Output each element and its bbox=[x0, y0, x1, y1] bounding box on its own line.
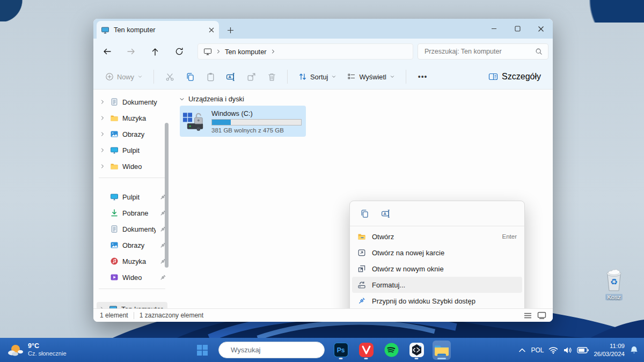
chevron-right-icon[interactable] bbox=[99, 115, 106, 121]
refresh-button[interactable] bbox=[170, 42, 188, 61]
tab-this-pc[interactable]: Ten komputer bbox=[97, 21, 219, 39]
context-menu: A Otwórz Enter Otwórz na nowej ka bbox=[349, 201, 525, 308]
clock-date: 26/03/2024 bbox=[594, 350, 625, 358]
taskbar-search[interactable] bbox=[218, 342, 325, 358]
paste-button[interactable] bbox=[201, 68, 219, 85]
sidebar-scrollbar[interactable] bbox=[165, 123, 169, 268]
rename-button[interactable]: A bbox=[379, 206, 393, 220]
downloads-icon bbox=[110, 209, 119, 217]
chevron-down-icon[interactable] bbox=[179, 96, 185, 102]
app-vivaldi[interactable] bbox=[357, 341, 375, 360]
sort-button[interactable]: Sortuj bbox=[294, 69, 341, 84]
recycle-bin-label[interactable]: Kosz bbox=[605, 294, 623, 300]
new-button[interactable]: Nowy bbox=[101, 69, 147, 84]
chevron-right-icon[interactable] bbox=[99, 147, 106, 153]
forward-button[interactable] bbox=[122, 42, 140, 61]
menu-item-label: Przypnij do widoku Szybki dostęp bbox=[372, 297, 475, 305]
menu-item-open-new-tab[interactable]: Otwórz na nowej karcie bbox=[352, 245, 522, 261]
clock[interactable]: 11:09 26/03/2024 bbox=[594, 342, 625, 358]
sidebar-pinned-pobrane[interactable]: Pobrane bbox=[93, 205, 172, 221]
sidebar-pinned-wideo[interactable]: Wideo bbox=[93, 269, 172, 285]
app-dev-tool[interactable] bbox=[407, 341, 426, 360]
close-button[interactable] bbox=[529, 19, 553, 39]
taskbar-center: Ps bbox=[193, 341, 451, 360]
partly-sunny-icon bbox=[6, 343, 24, 358]
view-button[interactable]: Wyświetl bbox=[343, 69, 399, 84]
maximize-icon bbox=[515, 26, 521, 32]
minimize-button[interactable] bbox=[482, 19, 506, 39]
details-pane-button[interactable]: Szczegóły bbox=[484, 69, 545, 85]
sidebar-divider bbox=[99, 178, 165, 178]
sidebar-item-label: Muzyka bbox=[122, 114, 172, 122]
app-photoshop[interactable]: Ps bbox=[332, 341, 350, 360]
menu-item-pin-quick-access[interactable]: Przypnij do widoku Szybki dostęp bbox=[352, 293, 522, 308]
breadcrumb-root[interactable]: Ten komputer bbox=[225, 48, 267, 56]
menu-item-label: Otwórz na nowej karcie bbox=[372, 249, 444, 257]
chevron-right-icon[interactable] bbox=[99, 131, 106, 137]
running-indicator bbox=[339, 358, 343, 359]
search-input[interactable] bbox=[423, 47, 532, 56]
menu-item-open[interactable]: Otwórz Enter bbox=[352, 228, 522, 245]
delete-button[interactable] bbox=[262, 68, 281, 85]
more-options-button[interactable]: ••• bbox=[413, 72, 433, 81]
battery-icon[interactable] bbox=[577, 347, 589, 353]
large-icons-view-button[interactable] bbox=[537, 312, 546, 319]
maximize-button[interactable] bbox=[506, 19, 529, 39]
app-file-explorer[interactable] bbox=[433, 341, 451, 360]
recycle-bin[interactable]: ♻ Kosz bbox=[600, 268, 628, 308]
plus-circle-icon bbox=[105, 72, 114, 81]
share-icon bbox=[247, 72, 256, 82]
breadcrumb[interactable]: Ten komputer bbox=[197, 43, 413, 60]
window-controls bbox=[482, 19, 553, 39]
sidebar-item-label: Muzyka bbox=[122, 257, 156, 265]
menu-item-format[interactable]: Formatuj... bbox=[352, 277, 522, 293]
share-button[interactable] bbox=[242, 68, 260, 85]
photoshop-label: Ps bbox=[337, 346, 345, 354]
desktop-icon bbox=[110, 193, 119, 201]
sidebar-item-wideo[interactable]: Wideo bbox=[93, 158, 172, 174]
search-box[interactable] bbox=[418, 43, 548, 60]
chevron-right-icon[interactable] bbox=[99, 163, 106, 169]
tray-expand-chevron-icon[interactable] bbox=[518, 348, 526, 353]
drive-usage-fill bbox=[212, 120, 231, 125]
rename-icon: A bbox=[381, 209, 391, 218]
copy-button[interactable] bbox=[181, 68, 199, 85]
start-button[interactable] bbox=[193, 341, 211, 360]
taskbar-search-input[interactable] bbox=[230, 345, 326, 354]
chevron-right-icon[interactable] bbox=[270, 48, 276, 55]
sidebar-pinned-pulpit[interactable]: Pulpit bbox=[93, 189, 172, 205]
weather-widget[interactable]: 9°C Cz. słonecznie bbox=[6, 342, 67, 357]
svg-text:A: A bbox=[229, 75, 232, 79]
sidebar-pinned-obrazy[interactable]: Obrazy bbox=[93, 237, 172, 253]
notification-bell-icon[interactable] bbox=[630, 345, 639, 354]
volume-icon[interactable] bbox=[563, 346, 572, 354]
drive-item-windows-c[interactable]: Windows (C:) 381 GB wolnych z 475 GB bbox=[180, 106, 306, 137]
sidebar-item-dokumenty[interactable]: Dokumenty bbox=[93, 94, 172, 110]
rename-button[interactable]: A bbox=[222, 68, 240, 85]
app-spotify[interactable] bbox=[382, 341, 400, 360]
chevron-right-icon[interactable] bbox=[99, 99, 106, 105]
list-view-button[interactable] bbox=[524, 312, 532, 319]
sidebar-item-obrazy[interactable]: Obrazy bbox=[93, 126, 172, 142]
new-tab-button[interactable] bbox=[224, 24, 236, 36]
up-button[interactable] bbox=[146, 42, 164, 61]
folder-icon bbox=[110, 162, 119, 171]
cut-button[interactable] bbox=[160, 68, 179, 85]
monitor-icon bbox=[109, 305, 118, 308]
wifi-icon[interactable] bbox=[548, 346, 558, 354]
sidebar-item-ten-komputer[interactable]: Ten komputer bbox=[97, 302, 167, 308]
sidebar-pinned-muzyka[interactable]: Muzyka bbox=[93, 253, 172, 269]
copy-button[interactable] bbox=[357, 206, 371, 220]
sidebar-item-label: Wideo bbox=[122, 274, 156, 282]
tab-close-icon[interactable] bbox=[208, 27, 215, 33]
back-button[interactable] bbox=[98, 42, 116, 61]
wallpaper-corner-right bbox=[558, 0, 644, 23]
group-header-devices[interactable]: Urządzenia i dyski bbox=[179, 95, 244, 103]
language-indicator[interactable]: POL bbox=[531, 346, 544, 354]
sidebar-item-pulpit[interactable]: Pulpit bbox=[93, 142, 172, 158]
recycle-bin-icon: ♻ bbox=[603, 268, 625, 292]
forward-icon bbox=[127, 47, 136, 56]
menu-item-open-new-window[interactable]: Otwórz w nowym oknie bbox=[352, 261, 522, 277]
sidebar-pinned-dokumenty[interactable]: Dokumenty bbox=[93, 221, 172, 237]
sidebar-item-muzyka[interactable]: Muzyka bbox=[93, 110, 172, 126]
